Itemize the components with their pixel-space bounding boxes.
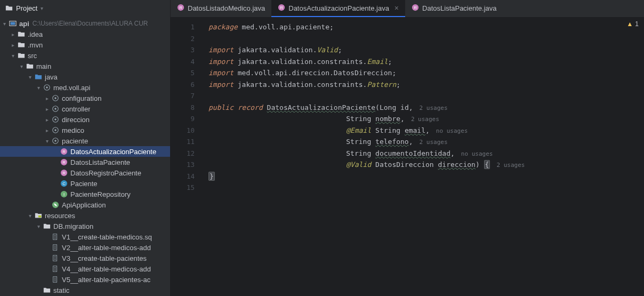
tree-arrow-icon[interactable]: ▾ bbox=[17, 63, 26, 69]
tree-item[interactable]: ▸medico bbox=[0, 125, 170, 135]
tree-arrow-icon[interactable]: ▾ bbox=[9, 53, 17, 59]
tree-item[interactable]: IPacienteRepository bbox=[0, 189, 170, 199]
tree-arrow-icon[interactable]: ▸ bbox=[43, 95, 51, 101]
tree-item-label: paciente bbox=[62, 137, 88, 145]
tree-item[interactable]: V1__create-table-medicos.sq bbox=[0, 231, 170, 242]
pkg-icon bbox=[51, 94, 60, 102]
sidebar-header[interactable]: Project ▾ bbox=[0, 0, 170, 16]
sidebar-title: Project bbox=[16, 4, 37, 12]
tree-item-label: V5__alter-table-pacientes-ac bbox=[62, 276, 150, 284]
tree-item-label: V4__alter-table-medicos-add bbox=[62, 265, 151, 273]
tree-item[interactable]: ▾main bbox=[0, 61, 170, 71]
class-icon: C bbox=[60, 179, 68, 188]
tree-item-label: V3__create-table-pacientes bbox=[62, 254, 147, 262]
tree-item-label: main bbox=[36, 62, 51, 70]
tree-item[interactable]: CPaciente bbox=[0, 178, 170, 189]
line-number: 2 bbox=[171, 33, 195, 45]
svg-text:C: C bbox=[62, 181, 66, 186]
svg-text:R: R bbox=[179, 5, 182, 10]
tree-item[interactable]: ▾paciente bbox=[0, 135, 170, 146]
tree-item[interactable]: ▾java bbox=[0, 71, 170, 82]
svg-text:R: R bbox=[414, 5, 417, 10]
svg-text:R: R bbox=[62, 160, 66, 165]
pkg-icon bbox=[51, 137, 60, 145]
record-icon: R bbox=[60, 169, 68, 177]
tree-item[interactable]: ▾med.voll.api bbox=[0, 82, 170, 93]
tree-root-path: C:\Users\Elena\Documents\ALURA CUR bbox=[33, 20, 148, 27]
editor-tabs: RDatosListadoMedico.javaRDatosActualizac… bbox=[171, 0, 644, 17]
folder-icon bbox=[17, 30, 26, 38]
tree-item-label: src bbox=[28, 52, 37, 60]
line-number: 14 bbox=[171, 171, 195, 182]
folder-icon bbox=[43, 286, 51, 294]
tree-arrow-icon[interactable]: ▸ bbox=[43, 106, 51, 112]
tree-arrow-icon[interactable]: ▸ bbox=[43, 117, 51, 123]
svg-point-5 bbox=[54, 97, 57, 99]
tree-arrow-icon[interactable]: ▸ bbox=[9, 42, 17, 48]
tree-arrow-icon[interactable]: ▾ bbox=[34, 223, 43, 229]
pkg-icon bbox=[43, 83, 51, 92]
line-number: 6 bbox=[171, 79, 195, 91]
tree-item-label: PacienteRepository bbox=[70, 190, 131, 198]
tab-label: DatosActualizacionPaciente.java bbox=[288, 4, 389, 12]
svg-point-3 bbox=[46, 86, 48, 89]
tree-item-label: DB.migration bbox=[53, 222, 93, 230]
tree-item-label: V2__alter-table-medicos-add bbox=[62, 244, 151, 252]
line-number: 13 bbox=[171, 159, 195, 171]
record-icon: R bbox=[278, 4, 285, 13]
folder-icon bbox=[5, 4, 13, 12]
svg-rect-1 bbox=[11, 22, 15, 25]
tree-item[interactable]: ▾DB.migration bbox=[0, 221, 170, 231]
tree-item-label: Paciente bbox=[70, 180, 98, 188]
tree-item[interactable]: RDatosActualizacionPaciente bbox=[0, 146, 170, 157]
tab-label: DatosListaPaciente.java bbox=[422, 4, 496, 12]
chevron-down-icon[interactable]: ▾ bbox=[41, 5, 43, 11]
tree-arrow-icon[interactable]: ▾ bbox=[43, 138, 51, 144]
sql-icon bbox=[51, 275, 60, 284]
tree-item[interactable]: ▸direccion bbox=[0, 114, 170, 125]
tree-item[interactable]: ▾src bbox=[0, 50, 170, 61]
tree-item-label: java bbox=[45, 73, 58, 81]
line-gutter: 123456789101112131415 bbox=[171, 17, 200, 296]
close-icon[interactable]: × bbox=[395, 4, 399, 12]
tree-item[interactable]: static bbox=[0, 285, 170, 295]
editor-tab[interactable]: RDatosListadoMedico.java bbox=[171, 0, 271, 17]
svg-point-7 bbox=[54, 108, 57, 110]
tree-item[interactable]: V4__alter-table-medicos-add bbox=[0, 263, 170, 274]
tree-arrow-icon[interactable]: ▸ bbox=[9, 31, 17, 37]
tree-item[interactable]: V3__create-table-pacientes bbox=[0, 253, 170, 263]
tree-item-label: configuration bbox=[62, 94, 101, 102]
sql-icon bbox=[51, 233, 60, 241]
tree-arrow-icon[interactable]: ▾ bbox=[26, 213, 34, 219]
tree-item[interactable]: ApiApplication bbox=[0, 199, 170, 210]
record-icon: R bbox=[60, 158, 68, 166]
tree-item-label: .idea bbox=[28, 30, 43, 38]
folder-icon bbox=[17, 51, 26, 60]
tree-item[interactable]: ▸.mvn bbox=[0, 39, 170, 50]
tree-item[interactable]: ▾resources bbox=[0, 210, 170, 221]
tree-item[interactable]: V5__alter-table-pacientes-ac bbox=[0, 274, 170, 285]
tree-item-label: ApiApplication bbox=[62, 201, 106, 209]
folder-res-icon bbox=[34, 211, 43, 220]
tree-item[interactable]: RDatosRegistroPaciente bbox=[0, 167, 170, 178]
editor-tab[interactable]: RDatosActualizacionPaciente.java× bbox=[271, 0, 405, 17]
tree-arrow-icon[interactable]: ▾ bbox=[26, 74, 34, 80]
tree-item[interactable]: RDatosListaPaciente bbox=[0, 157, 170, 167]
tree-item[interactable]: ▸controller bbox=[0, 103, 170, 114]
tree-item[interactable]: V2__alter-table-medicos-add bbox=[0, 242, 170, 253]
tree-item[interactable]: ▸.idea bbox=[0, 29, 170, 39]
record-icon: R bbox=[412, 4, 419, 13]
tree-item[interactable]: ▸configuration bbox=[0, 93, 170, 103]
project-tree: ▾ api C:\Users\Elena\Documents\ALURA CUR… bbox=[0, 16, 170, 296]
sql-icon bbox=[51, 254, 60, 262]
code-editor[interactable]: package med.voll.api.paciente; import ja… bbox=[200, 17, 644, 296]
tab-label: DatosListadoMedico.java bbox=[188, 4, 265, 12]
svg-text:R: R bbox=[62, 171, 66, 175]
tree-root[interactable]: ▾ api C:\Users\Elena\Documents\ALURA CUR bbox=[0, 18, 170, 29]
tree-arrow-icon[interactable]: ▸ bbox=[43, 127, 51, 133]
tree-root-label: api bbox=[19, 20, 29, 28]
pkg-icon bbox=[51, 126, 60, 134]
folder-icon bbox=[17, 41, 26, 49]
tree-arrow-icon[interactable]: ▾ bbox=[34, 85, 43, 91]
editor-tab[interactable]: RDatosListaPaciente.java bbox=[405, 0, 503, 17]
